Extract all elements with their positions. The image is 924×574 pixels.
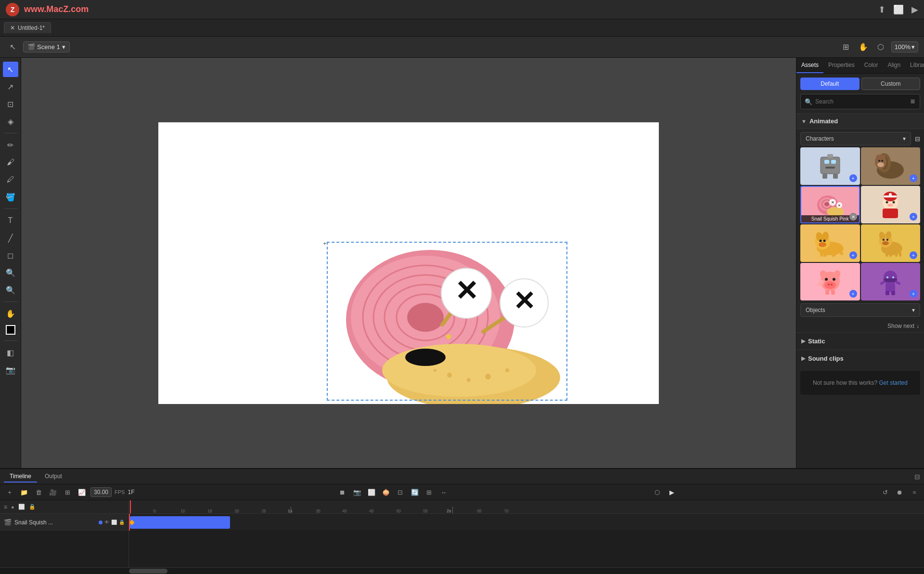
santa-icon: [876, 192, 905, 218]
layer-visibility-toggle[interactable]: 👁: [104, 520, 109, 525]
layer-outline-toggle[interactable]: 🔒: [119, 520, 125, 525]
brush-tool[interactable]: 🖌: [3, 155, 18, 170]
svg-point-37: [881, 160, 883, 162]
delete-layer-btn[interactable]: 🗑: [33, 486, 44, 498]
timeline-expand-icon[interactable]: ⊟: [914, 473, 920, 481]
dog-stand-add-icon: +: [910, 251, 917, 259]
tab-assets[interactable]: Assets: [796, 58, 823, 73]
paint-bucket-tool[interactable]: 🪣: [3, 189, 18, 205]
char-card-dog-stand[interactable]: +: [861, 224, 921, 262]
fps-value[interactable]: 30.00: [90, 487, 112, 497]
tab-properties[interactable]: Properties: [823, 58, 860, 73]
onion-skin-btn[interactable]: 🧅: [380, 486, 392, 498]
add-layer-btn[interactable]: +: [4, 486, 15, 498]
char-card-snail[interactable]: ✕ ✕ Snail Squish Pink ✕: [800, 186, 860, 223]
characters-dropdown[interactable]: Characters ▾: [800, 132, 911, 145]
onion-skin-settings-btn[interactable]: ⊡: [395, 486, 406, 498]
text-tool[interactable]: T: [3, 213, 18, 228]
zoom-tool[interactable]: 🔍: [3, 282, 18, 298]
sound-clips-section-header[interactable]: ▶ Sound clips: [796, 350, 924, 367]
frame-mode-btn[interactable]: ⬜: [366, 486, 377, 498]
timeline-block[interactable]: [130, 516, 230, 529]
eyedropper-tool[interactable]: 🔍: [3, 265, 18, 280]
search-input[interactable]: [815, 98, 907, 105]
layer-name[interactable]: Snail Squish ...: [14, 519, 96, 526]
animated-section-header[interactable]: ▼ Animated: [796, 114, 924, 129]
tab-timeline[interactable]: Timeline: [4, 471, 37, 483]
custom-btn[interactable]: Custom: [861, 78, 921, 90]
zoom-chevron: ▾: [911, 43, 915, 51]
wolf-icon: [873, 153, 907, 180]
layer-visibility-icon: ●: [11, 504, 14, 510]
scrollbar-thumb[interactable]: [129, 569, 167, 574]
char-card-wolf[interactable]: +: [861, 147, 921, 185]
capture-btn[interactable]: 📷: [351, 486, 363, 498]
tab-color[interactable]: Color: [860, 58, 883, 73]
graph-btn[interactable]: 📈: [76, 486, 88, 498]
camera-record-btn[interactable]: 🎥: [47, 486, 59, 498]
sync-btn[interactable]: ⊞: [424, 486, 435, 498]
char-card-santa[interactable]: +: [861, 186, 921, 223]
warp-btn[interactable]: ↔: [438, 486, 449, 498]
record-btn[interactable]: ⏺: [894, 486, 906, 498]
static-section-header[interactable]: ▶ Static: [796, 333, 924, 350]
wave-btn[interactable]: ≈: [909, 486, 920, 498]
document-tab[interactable]: ✕ Untitled-1*: [4, 22, 51, 33]
show-next-btn[interactable]: Show next ↓: [796, 320, 924, 332]
ruler-mark-2s: [452, 507, 453, 513]
camera-tool[interactable]: 📷: [3, 362, 18, 378]
hand-tool-btn[interactable]: ✋: [857, 40, 870, 54]
distribute-btn[interactable]: ⊞: [62, 486, 73, 498]
export-btn[interactable]: ⬡: [652, 486, 663, 498]
char-card-robot[interactable]: +: [800, 147, 860, 185]
char-card-ninja[interactable]: +: [861, 263, 921, 300]
transform-btn[interactable]: ⬡: [874, 40, 887, 54]
canvas-area[interactable]: ✕ ✕ +: [21, 58, 796, 468]
window-icon[interactable]: ⬜: [893, 4, 904, 15]
play-btn[interactable]: ▶: [666, 486, 678, 498]
layer-controls: 👁 ⬜ 🔒: [99, 520, 125, 525]
free-transform-tool[interactable]: ⊡: [3, 96, 18, 112]
tab-align[interactable]: Align: [883, 58, 905, 73]
wolf-add-icon: +: [910, 174, 917, 182]
play-icon[interactable]: ▶: [911, 4, 918, 15]
fps-label: FPS: [115, 489, 125, 495]
line-tool[interactable]: ╱: [3, 230, 18, 246]
objects-dropdown[interactable]: Objects ▾: [800, 303, 920, 317]
list-view-icon[interactable]: ≡: [910, 96, 916, 107]
loop-btn[interactable]: 🔄: [409, 486, 421, 498]
asset-warp-tool[interactable]: ◧: [3, 345, 18, 360]
subselect-tool[interactable]: ↗: [3, 79, 18, 94]
scene-selector[interactable]: 🎬 Scene 1 ▾: [23, 41, 70, 52]
timeline-scrollbar[interactable]: [0, 567, 924, 574]
fill-color[interactable]: [6, 325, 15, 335]
undo-btn[interactable]: ↺: [880, 486, 891, 498]
stop-btn[interactable]: ⏹: [337, 486, 348, 498]
select-tool-btn[interactable]: ↖: [6, 40, 19, 54]
layer-lock-toggle[interactable]: ⬜: [111, 520, 117, 525]
gradient-tool[interactable]: ◈: [3, 114, 18, 129]
canvas[interactable]: ✕ ✕ +: [158, 122, 659, 404]
get-started-link[interactable]: Get started: [879, 379, 908, 386]
ink-bottle-tool[interactable]: 🖊: [3, 172, 18, 187]
ruler-label-5: 5: [153, 509, 155, 513]
filter-icon[interactable]: ⊟: [915, 135, 920, 143]
svg-rect-100: [895, 280, 901, 285]
char-card-dog-anim[interactable]: +: [800, 224, 860, 262]
playhead[interactable]: [129, 514, 130, 531]
layer-row-snail[interactable]: 🎬 Snail Squish ... 👁 ⬜ 🔒: [0, 514, 128, 531]
animated-section-title: Animated: [809, 117, 838, 125]
tab-output[interactable]: Output: [39, 471, 68, 483]
add-folder-btn[interactable]: 📁: [18, 486, 30, 498]
pencil-tool[interactable]: ✏: [3, 137, 18, 153]
char-card-pig[interactable]: +: [800, 263, 860, 300]
timeline-layer-track[interactable]: [129, 514, 924, 531]
grid-icon[interactable]: ⊞: [839, 40, 853, 54]
selection-tool[interactable]: ↖: [3, 62, 18, 77]
default-btn[interactable]: Default: [800, 78, 860, 90]
upload-icon[interactable]: ⬆: [878, 4, 886, 15]
tab-library[interactable]: Library: [905, 58, 924, 73]
eraser-tool[interactable]: ◻: [3, 248, 18, 263]
timeline-header-row: ≡ ● ⬜ 🔒: [0, 500, 128, 514]
hand-tool[interactable]: ✋: [3, 306, 18, 321]
